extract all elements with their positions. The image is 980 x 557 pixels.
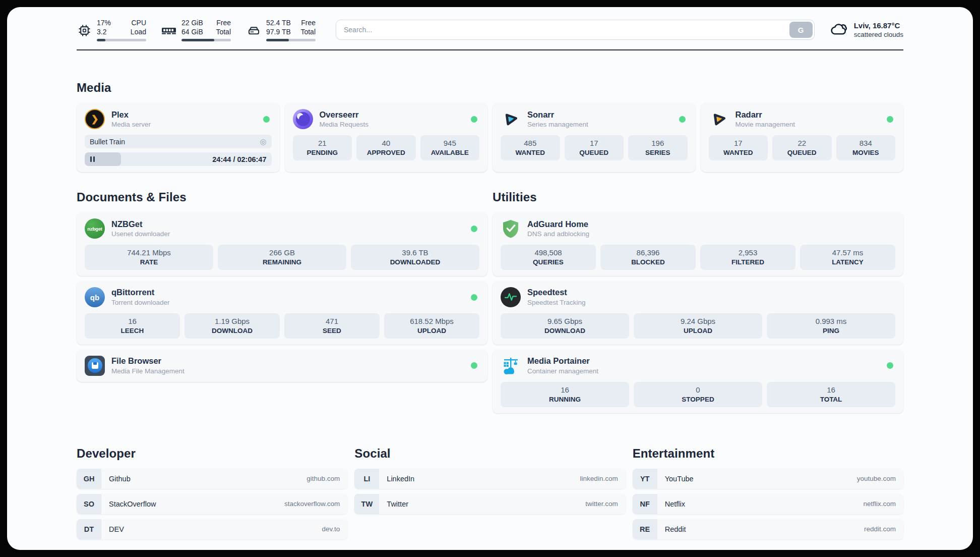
app-name: Radarr xyxy=(736,109,795,120)
session-icon[interactable]: ◎ xyxy=(260,137,266,146)
disk-free-label: Free xyxy=(301,18,316,27)
stat-pill: 16 TOTAL xyxy=(767,382,895,407)
pause-icon[interactable] xyxy=(90,152,95,166)
stat-pill: 39.6 TB DOWNLOADED xyxy=(351,245,479,270)
link-row-github[interactable]: GH Github github.com xyxy=(77,469,347,489)
sonarr-card[interactable]: Sonarr Series management 485 WANTED 17 Q… xyxy=(493,103,696,172)
stat-pill: 17 QUEUED xyxy=(565,135,624,160)
stat-label: PING xyxy=(769,327,893,335)
link-name: YouTube xyxy=(665,475,694,483)
status-dot xyxy=(263,116,270,123)
overseerr-card[interactable]: Overseerr Media Requests 21 PENDING 40 A… xyxy=(285,103,488,172)
stat-pill: 9.24 Gbps UPLOAD xyxy=(634,313,762,339)
adguard-card[interactable]: AdGuard Home DNS and adblocking 498,508 … xyxy=(493,212,903,276)
link-url: netflix.com xyxy=(863,500,896,508)
status-dot xyxy=(471,362,477,369)
sonarr-icon xyxy=(501,109,521,129)
stat-label: QUEUED xyxy=(774,149,830,156)
ram-metric: 22 GiB Free 64 GiB Total xyxy=(161,18,231,41)
link-name: DEV xyxy=(109,525,124,533)
app-name: Speedtest xyxy=(527,287,586,298)
cpu-progress-bar xyxy=(97,39,146,41)
link-abbr-badge: RE xyxy=(633,519,657,539)
stat-value: 16 xyxy=(503,385,627,395)
stat-value: 0.993 ms xyxy=(769,317,893,326)
stat-pill: 1.19 Gbps DOWNLOAD xyxy=(185,313,280,339)
app-description: Movie management xyxy=(736,121,795,129)
cpu-metric: 17% CPU 3.2 Load xyxy=(77,18,146,41)
speedtest-card[interactable]: Speedtest Speedtest Tracking 9.65 Gbps D… xyxy=(493,281,903,345)
stat-label: FILTERED xyxy=(702,258,793,266)
search-bar: G xyxy=(336,20,815,40)
filebrowser-card[interactable]: File Browser Media File Management xyxy=(77,350,487,382)
link-row-reddit[interactable]: RE Reddit reddit.com xyxy=(633,519,903,539)
stat-label: LATENCY xyxy=(802,258,893,266)
app-description: Usenet downloader xyxy=(111,230,170,239)
radarr-icon xyxy=(709,109,729,129)
app-description: Series management xyxy=(527,121,588,129)
stat-label: UPLOAD xyxy=(636,327,760,335)
link-row-netflix[interactable]: NF Netflix netflix.com xyxy=(633,494,903,514)
search-input[interactable] xyxy=(336,20,815,40)
app-name: Overseerr xyxy=(320,109,369,120)
system-metrics: 17% CPU 3.2 Load xyxy=(77,18,316,41)
app-description: Torrent downloader xyxy=(111,299,170,307)
app-description: Media Requests xyxy=(320,121,369,129)
link-abbr-badge: GH xyxy=(77,469,101,489)
stat-label: AVAILABLE xyxy=(422,149,478,156)
links-column-developer: Developer GH Github github.com SO StackO… xyxy=(77,447,347,544)
link-row-linkedin[interactable]: LI LinkedIn linkedin.com xyxy=(354,469,625,489)
plex-icon: ❯ xyxy=(85,109,105,129)
nzbget-icon: nzbget xyxy=(85,218,105,239)
utilities-column: Utilities xyxy=(493,190,903,418)
link-name: Netflix xyxy=(665,500,685,508)
stat-pill: 16 RUNNING xyxy=(501,382,629,407)
status-dot xyxy=(471,116,477,123)
weather-condition: scattered clouds xyxy=(854,31,903,38)
app-name: Media Portainer xyxy=(527,356,598,366)
plex-card[interactable]: ❯ Plex Media server Bullet Train ◎ 24:44… xyxy=(77,103,280,172)
app-name: NZBGet xyxy=(111,219,170,230)
app-name: Plex xyxy=(111,109,151,120)
section-title-developer: Developer xyxy=(77,447,347,461)
stat-value: 9.65 Gbps xyxy=(503,317,627,326)
links-column-entertainment: Entertainment YT YouTube youtube.com NF … xyxy=(633,447,903,544)
portainer-card[interactable]: Media Portainer Container management 16 … xyxy=(493,350,903,413)
link-row-stackoverflow[interactable]: SO StackOverflow stackoverflow.com xyxy=(77,494,347,514)
app-description: Container management xyxy=(527,367,598,376)
radarr-card[interactable]: Radarr Movie management 17 WANTED 22 QUE… xyxy=(701,103,904,172)
search-engine-button[interactable]: G xyxy=(789,22,813,38)
cloud-icon xyxy=(830,21,848,38)
stat-value: 22 xyxy=(774,139,830,148)
ram-progress-bar xyxy=(181,39,231,41)
weather-location-temp: Lviv, 16.87°C xyxy=(854,21,903,30)
ram-free-label: Free xyxy=(216,18,231,27)
qbittorrent-card[interactable]: qb qBittorrent Torrent downloader 16 LEE… xyxy=(77,281,487,345)
stat-label: RUNNING xyxy=(503,396,627,403)
stat-label: QUEUED xyxy=(567,149,622,156)
link-url: reddit.com xyxy=(864,525,896,533)
nzbget-card[interactable]: nzbget NZBGet Usenet downloader 744.21 M… xyxy=(77,212,487,276)
link-row-dev[interactable]: DT DEV dev.to xyxy=(77,519,347,539)
stat-value: 2,953 xyxy=(702,248,793,258)
link-row-youtube[interactable]: YT YouTube youtube.com xyxy=(633,469,903,489)
stat-pill: 266 GB REMAINING xyxy=(218,245,346,270)
stat-pill: 471 SEED xyxy=(284,313,380,339)
stat-value: 17 xyxy=(567,139,622,148)
top-bar: 17% CPU 3.2 Load xyxy=(77,18,903,41)
link-name: Reddit xyxy=(665,525,686,533)
stat-pill: 40 APPROVED xyxy=(356,135,416,160)
documents-column: Documents & Files nzbget NZBGet Usenet d… xyxy=(77,190,487,418)
disk-total-value: 97.9 TB xyxy=(266,27,291,36)
link-url: youtube.com xyxy=(857,475,896,482)
stat-value: 0 xyxy=(636,385,760,395)
playback-progress-bar[interactable]: 24:44 / 02:06:47 xyxy=(85,152,272,166)
link-url: twitter.com xyxy=(585,500,618,508)
app-name: qBittorrent xyxy=(111,287,170,298)
dashboard-root: 17% CPU 3.2 Load xyxy=(7,7,973,550)
disk-metric: 52.4 TB Free 97.9 TB Total xyxy=(246,18,316,41)
link-row-twitter[interactable]: TW Twitter twitter.com xyxy=(354,494,625,514)
stat-label: QUERIES xyxy=(503,258,594,266)
link-name: Github xyxy=(109,475,131,483)
status-dot xyxy=(471,294,477,301)
